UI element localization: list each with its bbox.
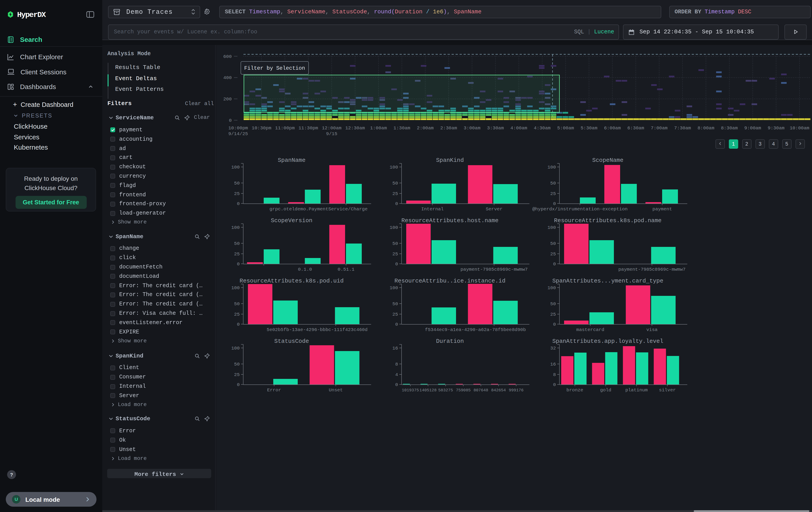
svg-text:25: 25 [393,191,398,196]
svg-text:ResourceAttribu..ice.instance.: ResourceAttribu..ice.instance.id [395,277,505,284]
svg-text:0: 0 [237,382,240,387]
svg-text:3:00am: 3:00am [464,126,481,131]
svg-text:999176: 999176 [509,388,523,393]
svg-text:25: 25 [550,312,556,317]
svg-text:8:00am: 8:00am [697,126,715,131]
svg-text:9/15: 9/15 [326,131,337,136]
svg-text:100: 100 [547,225,556,230]
svg-text:842654: 842654 [491,388,506,393]
svg-text:7:00am: 7:00am [651,126,668,131]
svg-text:Internal: Internal [421,207,443,212]
svg-text:25: 25 [234,372,240,377]
svg-text:payment-7985c8969c-mwmw7: payment-7985c8969c-mwmw7 [618,267,686,272]
svg-text:25: 25 [234,312,240,317]
svg-text:100: 100 [389,165,398,170]
svg-text:50: 50 [550,181,556,186]
svg-text:SpanKind: SpanKind [436,157,464,164]
svg-text:9:00am: 9:00am [745,126,761,131]
svg-text:50: 50 [393,301,398,306]
svg-text:payment: payment [652,207,672,212]
svg-text:807648: 807648 [473,388,488,393]
svg-text:bronze: bronze [567,387,583,393]
svg-text:visa: visa [646,327,658,332]
svg-text:platinum: platinum [625,387,648,393]
svg-text:0: 0 [237,322,240,327]
svg-text:25: 25 [393,312,398,317]
svg-text:0: 0 [553,201,556,206]
svg-text:400: 400 [223,75,232,80]
svg-text:25: 25 [234,191,240,196]
svg-text:Duration: Duration [436,338,464,345]
svg-text:25: 25 [550,191,556,196]
svg-text:mastercard: mastercard [576,327,604,332]
svg-text:1:30am: 1:30am [394,126,410,131]
svg-text:1019375: 1019375 [402,388,419,393]
svg-text:100: 100 [547,165,556,170]
svg-text:0: 0 [395,262,398,267]
svg-text:50: 50 [393,181,398,186]
svg-text:50: 50 [234,241,240,246]
svg-text:Error: Error [267,387,281,393]
svg-text:SpanAttributes...yment.card_ty: SpanAttributes...yment.card_type [552,277,663,284]
svg-text:1405128: 1405128 [419,388,436,393]
svg-text:8: 8 [553,372,556,377]
svg-text:10:00pm: 10:00pm [228,126,248,131]
svg-text:0.1.0: 0.1.0 [298,267,312,272]
svg-text:payment-7985c8969c-mwmw7: payment-7985c8969c-mwmw7 [461,267,528,272]
svg-text:ResourceAttributes.k8s.pod.nam: ResourceAttributes.k8s.pod.name [554,217,662,224]
svg-text:6:30am: 6:30am [628,126,644,131]
svg-text:16: 16 [550,362,556,367]
svg-text:600: 600 [223,54,232,59]
svg-text:50: 50 [234,301,240,306]
svg-text:11:30pm: 11:30pm [298,126,318,131]
svg-text:10:30pm: 10:30pm [252,126,271,131]
svg-text:11:00pm: 11:00pm [275,126,295,131]
svg-text:759085: 759085 [456,388,470,393]
svg-text:25: 25 [550,251,556,257]
svg-text:gold: gold [600,387,611,393]
svg-text:5e02b5fb-13ae-4296-bbbc-111f42: 5e02b5fb-13ae-4296-bbbc-111f423c460d [267,327,368,332]
svg-text:50: 50 [234,181,240,186]
svg-text:grpc.oteldemo.PaymentService/C: grpc.oteldemo.PaymentService/Charge [269,207,368,212]
svg-text:25: 25 [393,251,398,257]
svg-text:100: 100 [547,286,556,291]
svg-text:@hyperdx/instrumentation-excep: @hyperdx/instrumentation-exception [532,207,628,212]
svg-text:0: 0 [553,382,556,387]
svg-text:0.51.1: 0.51.1 [338,267,355,272]
svg-text:50: 50 [393,241,398,246]
svg-text:9/14/25: 9/14/25 [228,131,248,136]
svg-text:SpanName: SpanName [278,157,306,164]
svg-text:5:30am: 5:30am [581,126,598,131]
svg-text:4:30am: 4:30am [534,126,551,131]
svg-text:100: 100 [231,165,240,170]
svg-text:16: 16 [393,346,398,351]
svg-text:3:30am: 3:30am [487,126,504,131]
svg-text:50: 50 [550,301,556,306]
svg-text:100: 100 [231,225,240,230]
svg-text:50: 50 [234,362,240,367]
svg-text:2:00am: 2:00am [417,126,434,131]
svg-text:100: 100 [231,286,240,291]
svg-text:9:30am: 9:30am [768,126,785,131]
svg-text:SpanAttributes.app.loyalty.lev: SpanAttributes.app.loyalty.level [552,338,663,345]
svg-text:4: 4 [395,372,398,377]
svg-text:7:30am: 7:30am [674,126,691,131]
svg-text:0: 0 [395,201,398,206]
svg-text:Unset: Unset [329,387,343,393]
svg-text:583275: 583275 [438,388,453,393]
svg-text:Filter by Selection: Filter by Selection [244,65,305,71]
svg-text:100: 100 [231,346,240,351]
svg-text:100: 100 [389,225,398,230]
svg-text:0: 0 [395,322,398,327]
svg-text:4:00am: 4:00am [511,126,527,131]
svg-text:ScopeName: ScopeName [592,157,623,164]
svg-text:25: 25 [234,251,240,257]
svg-text:silver: silver [659,387,676,393]
svg-text:10:00am: 10:00am [790,126,809,131]
svg-text:1:00am: 1:00am [370,126,387,131]
svg-text:StatusCode: StatusCode [274,338,309,345]
svg-text:0: 0 [395,382,398,387]
svg-text:8: 8 [395,362,398,367]
svg-text:0: 0 [553,322,556,327]
svg-text:32: 32 [550,346,556,351]
